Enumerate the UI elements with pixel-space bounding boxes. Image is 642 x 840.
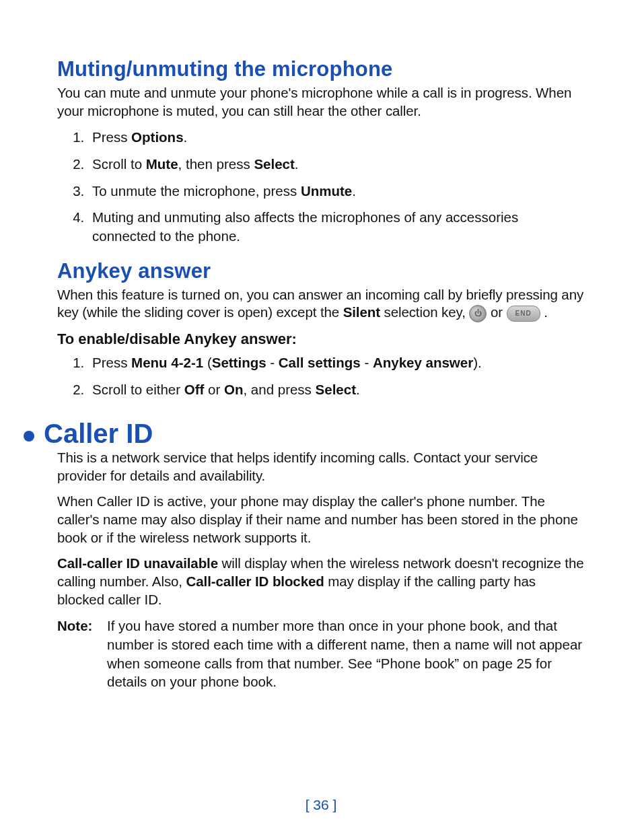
bullet-icon: [24, 431, 34, 442]
paragraph: When this feature is turned on, you can …: [57, 286, 585, 322]
subheading-enable-anykey: To enable/disable Anykey answer:: [57, 330, 585, 348]
heading-muting: Muting/unmuting the microphone: [57, 57, 585, 81]
text: (: [203, 355, 212, 370]
list-item: Press Menu 4-2-1 (Settings - Call settin…: [88, 353, 585, 372]
bold-text: Unmute: [301, 183, 352, 199]
bold-text: Menu 4-2-1: [131, 355, 203, 370]
text: , then press: [178, 156, 254, 172]
text: or: [491, 304, 507, 320]
heading-anykey: Anykey answer: [57, 259, 585, 283]
list-item: To unmute the microphone, press Unmute.: [88, 182, 585, 201]
bold-text: Call settings: [279, 355, 361, 370]
text: Scroll to: [92, 156, 146, 172]
ordered-list-anykey: Press Menu 4-2-1 (Settings - Call settin…: [57, 353, 585, 398]
note-text: If you have stored a number more than on…: [107, 617, 585, 691]
bold-text: Off: [184, 382, 205, 397]
bold-text: On: [224, 382, 243, 397]
list-item: Press Options.: [88, 128, 585, 147]
topic-heading-row: Caller ID: [24, 419, 585, 449]
text: Press: [92, 129, 131, 145]
text: Muting and unmuting also affects the mic…: [92, 209, 518, 244]
text: .: [544, 304, 548, 320]
text: .: [356, 382, 360, 397]
bold-text: Select: [316, 382, 356, 397]
bold-text: Anykey answer: [373, 355, 473, 370]
bold-text: Select: [254, 156, 294, 172]
document-page: Muting/unmuting the microphone You can m…: [0, 0, 642, 840]
text: Press: [92, 355, 131, 370]
paragraph: When Caller ID is active, your phone may…: [57, 493, 585, 547]
text: Scroll to either: [92, 382, 184, 397]
end-key-icon: END: [507, 306, 540, 322]
page-number: [ 36 ]: [0, 797, 642, 813]
paragraph: You can mute and unmute your phone's mic…: [57, 84, 585, 120]
power-key-icon: ⏻: [469, 305, 487, 322]
bold-text: Mute: [146, 156, 178, 172]
bold-text: Options: [131, 129, 183, 145]
bold-text: Silent: [343, 304, 380, 320]
paragraph: This is a network service that helps ide…: [57, 449, 585, 485]
paragraph: Call-caller ID unavailable will display …: [57, 555, 585, 608]
text: ).: [473, 355, 482, 370]
text: To unmute the microphone, press: [92, 183, 301, 199]
text: .: [184, 129, 188, 145]
note-block: Note: If you have stored a number more t…: [57, 617, 585, 691]
text: selection key,: [380, 304, 469, 320]
text: .: [352, 183, 356, 199]
bold-text: Call-caller ID unavailable: [57, 555, 218, 571]
text: -: [361, 355, 373, 370]
list-item: Muting and unmuting also affects the mic…: [88, 208, 585, 245]
bold-text: Settings: [212, 355, 266, 370]
text: , and press: [243, 382, 315, 397]
bold-text: Call-caller ID blocked: [186, 573, 324, 589]
note-label: Note:: [57, 617, 107, 691]
text: or: [204, 382, 224, 397]
list-item: Scroll to Mute, then press Select.: [88, 155, 585, 174]
text: .: [295, 156, 299, 172]
heading-caller-id: Caller ID: [44, 419, 153, 449]
ordered-list-muting: Press Options. Scroll to Mute, then pres…: [57, 128, 585, 245]
list-item: Scroll to either Off or On, and press Se…: [88, 380, 585, 399]
text: -: [266, 355, 279, 370]
